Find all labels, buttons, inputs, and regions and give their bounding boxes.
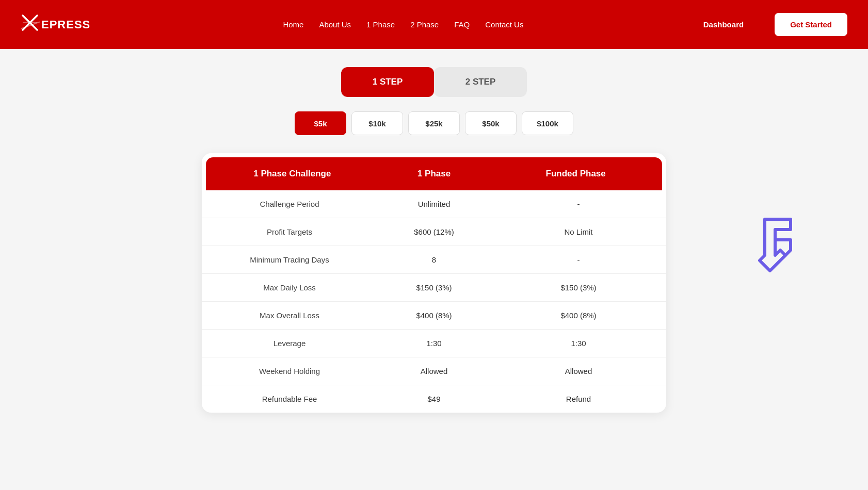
row-label: Leverage [217,339,362,348]
row-label: Profit Targets [217,227,362,236]
col-funded: Funded Phase [505,169,647,179]
amount-5k[interactable]: $5k [295,111,346,135]
step-tabs: 1 STEP 2 STEP [341,67,527,97]
amount-buttons: $5k $10k $25k $50k $100k [295,111,573,135]
row-label: Challenge Period [217,200,362,208]
step-1-tab[interactable]: 1 STEP [341,67,434,97]
row-label: Refundable Fee [217,395,362,403]
row-phase1-val: Unlimited [362,200,506,208]
logo-text: EPRESS [41,18,90,31]
row-label: Max Daily Loss [217,283,362,292]
row-phase1-val: 8 [362,255,506,264]
nav-home[interactable]: Home [283,20,303,29]
row-phase1-val: $49 [362,395,506,403]
nav-faq[interactable]: FAQ [454,20,470,29]
row-funded-val: Refund [506,395,651,403]
row-label: Minimum Trading Days [217,255,362,264]
pricing-table: 1 Phase Challenge 1 Phase Funded Phase C… [202,153,666,413]
step-2-tab[interactable]: 2 STEP [434,67,527,97]
dashboard-button[interactable]: Dashboard [703,20,744,29]
header: EPRESS Home About Us 1 Phase 2 Phase FAQ… [0,0,868,49]
table-row: Challenge Period Unlimited - [202,190,666,218]
decorative-icon [754,214,801,281]
main-content: 1 STEP 2 STEP $5k $10k $25k $50k $100k 1… [0,49,868,431]
row-phase1-val: Allowed [362,367,506,375]
row-funded-val: Allowed [506,367,651,375]
table-row: Profit Targets $600 (12%) No Limit [202,218,666,246]
nav-2phase[interactable]: 2 Phase [410,20,439,29]
main-nav: Home About Us 1 Phase 2 Phase FAQ Contac… [124,20,683,29]
table-row: Refundable Fee $49 Refund [202,385,666,413]
table-row: Max Daily Loss $150 (3%) $150 (3%) [202,274,666,302]
row-phase1-val: $600 (12%) [362,227,506,236]
amount-10k[interactable]: $10k [351,111,403,135]
get-started-button[interactable]: Get Started [775,13,847,36]
table-row: Leverage 1:30 1:30 [202,330,666,357]
col-phase1: 1 Phase [363,169,505,179]
logo-x [21,13,40,36]
row-funded-val: No Limit [506,227,651,236]
table-row: Max Overall Loss $400 (8%) $400 (8%) [202,302,666,330]
amount-25k[interactable]: $25k [408,111,460,135]
row-funded-val: - [506,200,651,208]
row-funded-val: - [506,255,651,264]
row-label: Max Overall Loss [217,311,362,320]
nav-contact[interactable]: Contact Us [485,20,523,29]
row-funded-val: 1:30 [506,339,651,348]
row-phase1-val: $400 (8%) [362,311,506,320]
row-funded-val: $150 (3%) [506,283,651,292]
nav-about[interactable]: About Us [319,20,351,29]
table-row: Minimum Trading Days 8 - [202,246,666,274]
logo: EPRESS [21,13,103,36]
amount-50k[interactable]: $50k [465,111,517,135]
table-row: Weekend Holding Allowed Allowed [202,357,666,385]
row-phase1-val: $150 (3%) [362,283,506,292]
col-challenge: 1 Phase Challenge [221,169,363,179]
nav-1phase[interactable]: 1 Phase [366,20,395,29]
row-label: Weekend Holding [217,367,362,375]
amount-100k[interactable]: $100k [522,111,573,135]
row-funded-val: $400 (8%) [506,311,651,320]
row-phase1-val: 1:30 [362,339,506,348]
table-header: 1 Phase Challenge 1 Phase Funded Phase [206,157,662,190]
